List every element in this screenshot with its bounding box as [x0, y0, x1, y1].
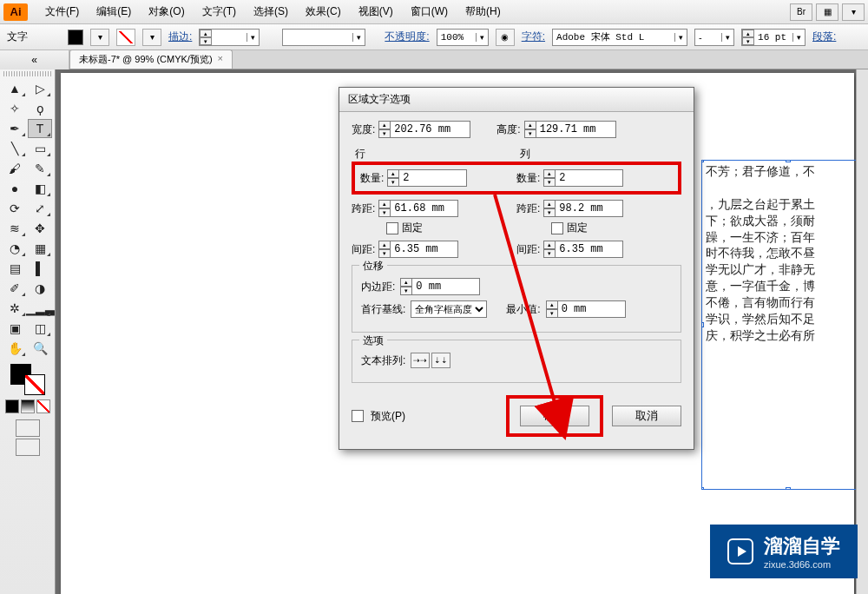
stroke-color[interactable]: [24, 374, 45, 395]
brush-combo[interactable]: ▾: [282, 29, 365, 46]
stroke-link[interactable]: 描边:: [168, 30, 192, 44]
baseline-label: 首行基线:: [361, 302, 405, 317]
watermark-url: zixue.3d66.com: [764, 559, 840, 570]
menu-edit[interactable]: 编辑(E): [88, 1, 140, 23]
blob-brush-tool[interactable]: ●: [3, 179, 27, 198]
font-family[interactable]: ▾: [552, 29, 687, 46]
fill-dropdown[interactable]: ▾: [90, 29, 109, 46]
fill-swatch[interactable]: [68, 30, 83, 45]
cancel-button[interactable]: 取消: [612, 406, 681, 426]
symbol-sprayer-tool[interactable]: ✲: [3, 299, 27, 318]
mesh-tool[interactable]: ▤: [3, 259, 27, 278]
pen-tool[interactable]: ✒: [3, 119, 27, 138]
toolbox: ▲▷ ✧ϙ ✒T ╲▭ 🖌✎ ●◧ ⟳⤢ ≋✥ ◔▦ ▤▌ ✐◑ ✲▁▂▃ ▣◫…: [0, 69, 56, 594]
line-tool[interactable]: ╲: [3, 139, 27, 158]
document-tab-row: 未标题-7* @ 99% (CMYK/预览) ×: [0, 50, 868, 69]
blend-tool[interactable]: ◑: [28, 279, 52, 298]
free-transform-tool[interactable]: ✥: [28, 219, 52, 238]
color-modes: [5, 399, 50, 413]
draw-mode[interactable]: [16, 419, 40, 437]
height-field[interactable]: ▴▾: [524, 121, 616, 138]
menubar: Ai 文件(F) 编辑(E) 对象(O) 文字(T) 选择(S) 效果(C) 视…: [0, 0, 868, 24]
text-frame[interactable]: 不芳；君子修道，不 ，九层之台起于累土 下；欲成大器，须耐 躁，一生不济；百年 …: [701, 160, 868, 490]
font-style[interactable]: ▾: [694, 29, 734, 46]
direct-select-tool[interactable]: ▷: [28, 79, 52, 98]
pencil-tool[interactable]: ✎: [28, 159, 52, 178]
paragraph-link[interactable]: 段落:: [812, 30, 836, 44]
min-field[interactable]: ▴▾: [546, 300, 626, 318]
eraser-tool[interactable]: ◧: [28, 179, 52, 198]
character-link[interactable]: 字符:: [522, 30, 545, 44]
artboard-tool[interactable]: ▣: [3, 319, 27, 338]
gradient-tool[interactable]: ▌: [28, 259, 52, 278]
opacity-field[interactable]: ▾: [437, 29, 489, 46]
paintbrush-tool[interactable]: 🖌: [3, 159, 27, 178]
options-bar: 文字 ▾ ▾ 描边: ▴▾▾ ▾ 不透明度: ▾ ◉ 字符: ▾ ▾ ▴▾▾ 段…: [0, 24, 868, 50]
rows-fixed-checkbox[interactable]: [386, 222, 398, 234]
perspective-grid-tool[interactable]: ▦: [28, 239, 52, 258]
recolor-icon[interactable]: ◉: [496, 29, 515, 46]
vertical-scrollbar[interactable]: [856, 69, 868, 594]
menu-effect[interactable]: 效果(C): [297, 1, 350, 23]
arrange-docs-icon[interactable]: ▦: [816, 3, 838, 21]
hand-tool[interactable]: ✋: [3, 339, 27, 358]
mode-color[interactable]: [5, 399, 19, 413]
color-stack[interactable]: [10, 364, 45, 395]
menu-select[interactable]: 选择(S): [245, 1, 297, 23]
cols-span-field[interactable]: ▴▾: [543, 200, 623, 217]
stroke-dropdown[interactable]: ▾: [142, 29, 161, 46]
cols-count-label: 数量:: [516, 171, 540, 186]
slice-tool[interactable]: ◫: [28, 319, 52, 338]
menu-view[interactable]: 视图(V): [350, 1, 402, 23]
type-tool[interactable]: T: [28, 119, 52, 138]
menu-file[interactable]: 文件(F): [36, 1, 88, 23]
opacity-link[interactable]: 不透明度:: [385, 30, 429, 44]
stroke-swatch[interactable]: [116, 29, 135, 46]
rows-gutter-field[interactable]: ▴▾: [378, 241, 458, 258]
menu-type[interactable]: 文字(T): [194, 1, 245, 23]
document-tab[interactable]: 未标题-7* @ 99% (CMYK/预览) ×: [69, 50, 233, 69]
baseline-combo[interactable]: 全角字框高度: [411, 300, 487, 318]
menu-object[interactable]: 对象(O): [140, 1, 193, 23]
mode-none[interactable]: [36, 399, 50, 413]
tab-side: «: [0, 50, 69, 69]
lasso-tool[interactable]: ϙ: [28, 99, 52, 118]
cols-fixed-checkbox[interactable]: [551, 222, 563, 234]
scale-tool[interactable]: ⤢: [28, 199, 52, 218]
preview-checkbox[interactable]: [352, 410, 364, 422]
flow-rows-button[interactable]: ⇢⇢: [411, 353, 430, 368]
magic-wand-tool[interactable]: ✧: [3, 99, 27, 118]
rows-span-field[interactable]: ▴▾: [378, 200, 458, 217]
column-graph-tool[interactable]: ▁▂▃: [28, 299, 52, 318]
bridge-icon[interactable]: Br: [790, 3, 812, 21]
width-tool[interactable]: ≋: [3, 219, 27, 238]
width-field[interactable]: ▴▾: [378, 121, 470, 138]
cols-count-field[interactable]: ▴▾: [543, 169, 623, 187]
width-label: 宽度:: [352, 122, 375, 137]
close-tab-icon[interactable]: ×: [218, 53, 223, 66]
min-label: 最小值:: [506, 302, 540, 317]
zoom-tool[interactable]: 🔍: [28, 339, 52, 358]
flow-cols-button[interactable]: ⇣⇣: [431, 353, 450, 368]
inset-field[interactable]: ▴▾: [400, 278, 480, 295]
mode-gradient[interactable]: [21, 399, 35, 413]
screen-mode[interactable]: [16, 439, 40, 456]
screen-mode-icon[interactable]: ▾: [842, 3, 865, 21]
offset-legend: 位移: [359, 259, 387, 274]
shape-builder-tool[interactable]: ◔: [3, 239, 27, 258]
menu-window[interactable]: 窗口(W): [402, 1, 457, 23]
cols-gutter-field[interactable]: ▴▾: [543, 241, 623, 258]
rows-count-field[interactable]: ▴▾: [387, 169, 467, 187]
inset-label: 内边距:: [361, 280, 395, 294]
watermark-title: 溜溜自学: [764, 533, 840, 559]
menu-help[interactable]: 帮助(H): [457, 1, 510, 23]
font-size[interactable]: ▴▾▾: [741, 29, 806, 46]
rectangle-tool[interactable]: ▭: [28, 139, 52, 158]
ok-button[interactable]: 确定: [520, 406, 589, 426]
eyedropper-tool[interactable]: ✐: [3, 279, 27, 298]
select-tool[interactable]: ▲: [3, 79, 27, 98]
dialog-title: 区域文字选项: [339, 88, 694, 112]
toolbox-handle[interactable]: [3, 71, 52, 76]
rotate-tool[interactable]: ⟳: [3, 199, 27, 218]
stroke-weight[interactable]: ▴▾▾: [199, 29, 260, 46]
